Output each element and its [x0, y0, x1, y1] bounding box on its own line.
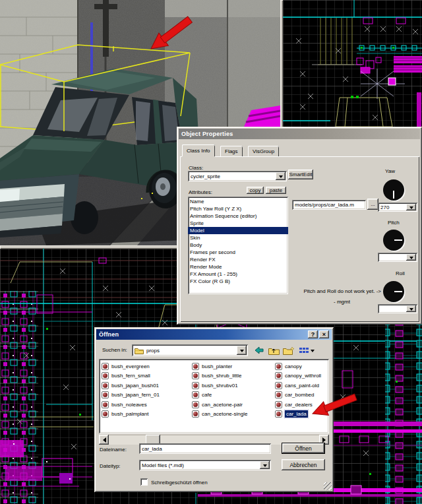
file-name: bush_shrubv01 [202, 383, 238, 389]
yaw-dropdown-button[interactable] [406, 204, 416, 210]
smartedit-button[interactable]: SmartEdit [288, 170, 313, 179]
file-name: bush_palmplant [111, 411, 148, 417]
paste-button[interactable]: paste [266, 187, 286, 194]
open-dialog-title: Öffnen [99, 331, 119, 338]
file-item[interactable]: bush_shrubv01 [192, 381, 247, 389]
model-file-icon [102, 382, 109, 389]
view-menu-button[interactable] [297, 345, 315, 356]
file-name: car_bombed [285, 392, 314, 398]
model-file-icon [192, 372, 199, 379]
attribute-item[interactable]: Body [188, 241, 288, 249]
back-button[interactable] [253, 345, 266, 356]
scroll-left-button[interactable] [99, 435, 109, 445]
file-item[interactable]: bush_planter [192, 362, 247, 370]
filename-label: Dateiname: [100, 447, 127, 453]
attribute-item[interactable]: FX Color (R G B) [188, 278, 288, 285]
attribute-item[interactable]: Frames per second [188, 249, 288, 256]
attributes-listbox[interactable]: Name Pitch Yaw Roll (Y Z X) Animation Se… [188, 197, 288, 294]
yaw-label: Yaw [385, 168, 395, 174]
yaw-combobox[interactable]: 270 [378, 203, 417, 212]
resize-grip[interactable] [324, 482, 332, 490]
roll-knob[interactable] [383, 281, 404, 302]
copy-label: copy [250, 187, 261, 193]
file-column-3: canopy canopy_withroll cans_paint-old ca… [275, 362, 321, 418]
pitch-knob[interactable] [383, 230, 404, 251]
file-item[interactable]: canopy [275, 362, 321, 370]
attribute-item[interactable]: Skin [188, 234, 288, 241]
close-button[interactable]: × [319, 331, 329, 338]
open-dialog-titlebar[interactable]: Öffnen ? × [96, 329, 332, 340]
folder-icon [135, 347, 144, 354]
attribute-item[interactable]: Render FX [188, 256, 288, 263]
cancel-button[interactable]: Abbrechen [282, 459, 325, 470]
back-arrow-icon [254, 346, 264, 354]
file-item[interactable]: can_acetone-pair [192, 400, 247, 408]
filename-field[interactable]: car_lada [139, 443, 271, 454]
file-item-selected[interactable]: car_lada [275, 410, 321, 418]
look-in-combobox[interactable]: props [132, 344, 248, 356]
note-line2: - mgmt [334, 299, 350, 305]
attribute-item[interactable]: Render Mode [188, 263, 288, 270]
tab-flags[interactable]: Flags [220, 146, 243, 156]
filetype-combobox[interactable]: Model files (*.mdl) [139, 460, 271, 470]
open-button[interactable]: Öffnen [282, 443, 325, 454]
model-file-icon [102, 410, 109, 418]
object-properties-titlebar[interactable]: Object Properties [179, 129, 420, 139]
selected-file-name: car_lada [285, 410, 308, 418]
model-file-icon [102, 363, 109, 370]
attribute-item[interactable]: Name [188, 198, 288, 205]
file-name: can_acetone-single [202, 411, 247, 417]
file-item[interactable]: bush_evergreen [102, 362, 160, 370]
attribute-item[interactable]: Sprite [188, 220, 288, 227]
attributes-label: Attributes: [189, 189, 212, 195]
attribute-item[interactable]: Pitch Yaw Roll (Y Z X) [188, 205, 288, 212]
open-file-dialog: Öffnen ? × Suchen in: props [94, 327, 334, 492]
browse-label: ... [371, 201, 375, 207]
roll-label: Roll [396, 270, 405, 276]
new-folder-button[interactable] [282, 345, 295, 356]
file-name: bush_fern_small [111, 373, 150, 379]
pitch-combobox[interactable] [378, 253, 417, 262]
file-item[interactable]: cafe [192, 391, 247, 399]
file-item[interactable]: bush_japan_fern_01 [102, 391, 160, 399]
browse-button[interactable]: ... [367, 199, 378, 210]
file-name: canopy_withroll [285, 373, 321, 379]
class-dropdown-button[interactable] [276, 172, 286, 180]
file-item[interactable]: bush_noleaves [102, 400, 160, 408]
file-name: bush_japan_bush01 [111, 383, 159, 389]
file-item[interactable]: canopy_withroll [275, 372, 321, 380]
class-combobox[interactable]: cycler_sprite [188, 171, 287, 181]
attribute-item[interactable]: FX Amount (1 - 255) [188, 270, 288, 278]
file-name: car_dealers [285, 402, 313, 408]
tab-visgroup[interactable]: VisGroup [248, 146, 279, 156]
file-item[interactable]: bush_japan_bush01 [102, 381, 160, 389]
model-file-icon [275, 391, 282, 398]
pitch-dropdown-button[interactable] [406, 254, 416, 261]
file-item[interactable]: bush_fern_small [102, 372, 160, 380]
attribute-item[interactable]: Animation Sequence (editor) [188, 212, 288, 220]
help-button[interactable]: ? [308, 331, 318, 338]
roll-dropdown-button[interactable] [406, 305, 416, 312]
readonly-checkbox[interactable] [140, 478, 148, 486]
filetype-dropdown-button[interactable] [260, 461, 270, 469]
pitch-label: Pitch [388, 220, 400, 226]
model-file-icon [275, 401, 282, 408]
copy-button[interactable]: copy [247, 187, 264, 194]
file-item[interactable]: cans_paint-old [275, 381, 321, 389]
file-item[interactable]: car_bombed [275, 391, 321, 399]
file-item[interactable]: car_dealers [275, 400, 321, 408]
model-file-icon [275, 382, 282, 389]
look-in-dropdown-button[interactable] [237, 346, 247, 355]
attribute-item-selected[interactable]: Model [188, 227, 288, 234]
file-list[interactable]: bush_evergreen bush_fern_small bush_japa… [99, 359, 329, 433]
file-item[interactable]: bush_shrub_little [192, 372, 247, 380]
model-file-icon [102, 391, 109, 398]
model-file-icon [275, 363, 282, 370]
file-item[interactable]: bush_palmplant [102, 410, 160, 418]
yaw-knob[interactable] [383, 179, 404, 201]
up-one-level-button[interactable] [267, 345, 280, 356]
tab-class-info[interactable]: Class Info [182, 144, 215, 156]
file-item[interactable]: can_acetone-single [192, 410, 247, 418]
roll-combobox[interactable] [378, 304, 417, 313]
model-path-field[interactable]: models/props/car_lada.m [292, 200, 366, 210]
